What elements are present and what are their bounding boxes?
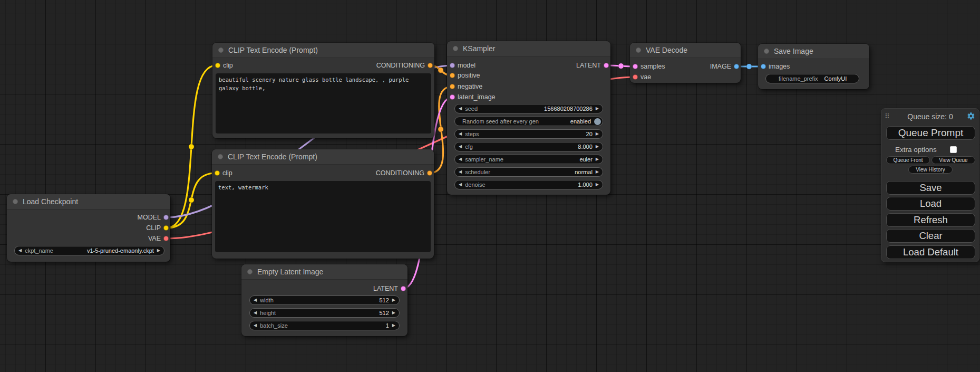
output-dot-conditioning[interactable] (428, 63, 433, 68)
node-clip-encode-positive[interactable]: CLIP Text Encode (Prompt)clipCONDITIONIN… (212, 43, 434, 138)
save-button[interactable]: Save (886, 181, 975, 195)
widget-denoise[interactable]: ◀denoise1.000▶ (454, 180, 603, 189)
widget-label: steps (465, 131, 479, 137)
input-dot-latent[interactable] (633, 64, 638, 69)
input-dot-conditioning[interactable] (450, 73, 455, 78)
widget-random-seed-after-every-gen[interactable]: Random seed after every genenabled (454, 117, 603, 126)
load-default-button[interactable]: Load Default (886, 245, 975, 259)
widget-value: normal (575, 169, 593, 175)
node-load-checkpoint[interactable]: Load CheckpointMODELCLIPVAE◀ckpt_namev1-… (7, 194, 170, 262)
view-queue-button[interactable]: View Queue (932, 156, 975, 164)
increment-arrow-icon[interactable]: ▶ (596, 180, 599, 189)
input-dot-image[interactable] (761, 64, 766, 69)
node-ksampler[interactable]: KSamplermodelpositivenegativelatent_imag… (447, 41, 610, 195)
decrement-arrow-icon[interactable]: ◀ (459, 180, 462, 189)
input-slot-samples: samples (630, 62, 685, 71)
collapse-dot-icon[interactable] (453, 46, 458, 51)
load-button[interactable]: Load (886, 197, 975, 211)
widget-filename-prefix[interactable]: filename_prefixComfyUI (765, 74, 859, 83)
decrement-arrow-icon[interactable]: ◀ (459, 104, 462, 113)
increment-arrow-icon[interactable]: ▶ (392, 296, 395, 304)
input-dot-clip[interactable] (215, 170, 220, 176)
increment-arrow-icon[interactable]: ▶ (392, 309, 395, 317)
widget-cfg[interactable]: ◀cfg8.000▶ (454, 142, 603, 151)
decrement-arrow-icon[interactable]: ◀ (254, 321, 257, 330)
node-header[interactable]: KSampler (447, 41, 610, 56)
queue-prompt-button[interactable]: Queue Prompt (886, 126, 975, 140)
input-dot-latent[interactable] (450, 94, 455, 100)
output-slot-CONDITIONING: CONDITIONING (350, 61, 434, 70)
output-slot-MODEL: MODEL (89, 213, 170, 222)
decrement-arrow-icon[interactable]: ◀ (459, 168, 462, 176)
widget-value: euler (579, 156, 592, 163)
widget-width[interactable]: ◀width512▶ (249, 295, 400, 305)
widget-value: 512 (379, 310, 389, 316)
input-dot-model[interactable] (450, 63, 455, 68)
collapse-dot-icon[interactable] (13, 199, 18, 204)
widget-steps[interactable]: ◀steps20▶ (454, 129, 603, 139)
input-dot-vae[interactable] (633, 74, 638, 80)
node-header[interactable]: CLIP Text Encode (Prompt) (212, 43, 434, 58)
node-vae-decode[interactable]: VAE DecodesamplesvaeIMAGE (630, 43, 741, 83)
increment-arrow-icon[interactable]: ▶ (392, 321, 395, 330)
widget-ckpt-name[interactable]: ◀ckpt_namev1-5-pruned-emaonly.ckpt▶ (14, 246, 164, 255)
settings-gear-icon[interactable] (967, 112, 975, 120)
node-header[interactable]: Save Image (758, 44, 869, 59)
widget-sampler-name[interactable]: ◀sampler_nameeuler▶ (454, 155, 603, 164)
decrement-arrow-icon[interactable]: ◀ (459, 130, 462, 138)
output-dot-latent[interactable] (604, 63, 609, 68)
node-title: KSampler (463, 41, 495, 56)
collapse-dot-icon[interactable] (218, 47, 224, 53)
node-header[interactable]: Load Checkpoint (7, 194, 170, 209)
prompt-textarea[interactable]: text, watermark (215, 181, 431, 252)
widget-value: 1 (386, 322, 389, 329)
increment-arrow-icon[interactable]: ▶ (596, 142, 599, 151)
node-clip-encode-negative[interactable]: CLIP Text Encode (Prompt)clipCONDITIONIN… (212, 149, 434, 259)
widget-scheduler[interactable]: ◀schedulernormal▶ (454, 167, 603, 177)
widget-value: enabled (570, 118, 591, 125)
queue-front-button[interactable]: Queue Front (886, 156, 930, 164)
decrement-arrow-icon[interactable]: ◀ (459, 142, 462, 151)
collapse-dot-icon[interactable] (247, 269, 253, 274)
refresh-button[interactable]: Refresh (886, 213, 975, 227)
decrement-arrow-icon[interactable]: ◀ (459, 155, 462, 164)
widget-height[interactable]: ◀height512▶ (249, 308, 400, 318)
toggle-knob-icon[interactable] (594, 118, 601, 125)
clear-button[interactable]: Clear (886, 229, 975, 243)
increment-arrow-icon[interactable]: ▶ (157, 246, 160, 255)
collapse-dot-icon[interactable] (636, 47, 641, 53)
widget-label: sampler_name (465, 156, 503, 163)
output-dot-conditioning[interactable] (427, 170, 432, 176)
prompt-textarea[interactable]: beautiful scenery nature glass bottle la… (216, 73, 431, 133)
decrement-arrow-icon[interactable]: ◀ (254, 296, 257, 304)
node-header[interactable]: VAE Decode (630, 43, 741, 58)
collapse-dot-icon[interactable] (764, 49, 769, 54)
output-dot-model[interactable] (163, 215, 169, 220)
node-empty-latent-image[interactable]: Empty Latent ImageLATENT◀width512▶◀heigh… (241, 264, 407, 336)
output-slot-IMAGE: IMAGE (685, 62, 741, 71)
input-dot-conditioning[interactable] (450, 84, 455, 89)
node-title: CLIP Text Encode (Prompt) (228, 43, 318, 58)
node-save-image[interactable]: Save Imageimagesfilename_prefixComfyUI (758, 44, 869, 89)
output-dot-vae[interactable] (163, 236, 169, 241)
increment-arrow-icon[interactable]: ▶ (596, 168, 599, 176)
decrement-arrow-icon[interactable]: ◀ (18, 246, 22, 255)
increment-arrow-icon[interactable]: ▶ (596, 155, 599, 164)
extra-options-label: Extra options (895, 146, 937, 154)
increment-arrow-icon[interactable]: ▶ (596, 104, 599, 113)
link-midpoint-dot (189, 144, 194, 149)
view-history-button[interactable]: View History (908, 166, 953, 174)
input-dot-clip[interactable] (215, 63, 220, 68)
extra-options-checkbox[interactable] (950, 146, 957, 153)
collapse-dot-icon[interactable] (218, 154, 223, 159)
output-dot-latent[interactable] (401, 286, 406, 291)
node-header[interactable]: Empty Latent Image (241, 264, 407, 280)
decrement-arrow-icon[interactable]: ◀ (254, 309, 257, 317)
node-header[interactable]: CLIP Text Encode (Prompt) (212, 149, 434, 165)
input-slot-positive: positive (447, 71, 529, 80)
widget-seed[interactable]: ◀seed156680208700286▶ (454, 104, 603, 113)
increment-arrow-icon[interactable]: ▶ (596, 130, 599, 138)
output-dot-image[interactable] (734, 64, 739, 69)
widget-batch-size[interactable]: ◀batch_size1▶ (249, 321, 400, 330)
output-dot-clip[interactable] (163, 225, 169, 231)
